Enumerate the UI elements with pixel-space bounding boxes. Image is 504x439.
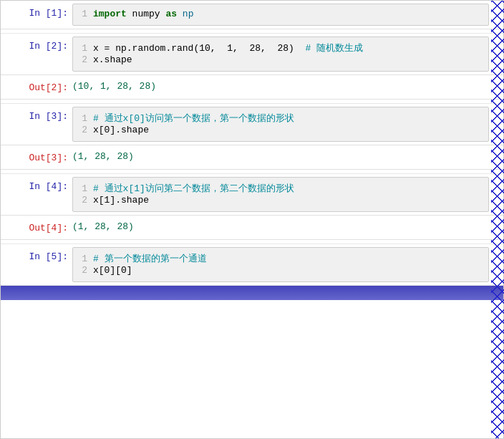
code-text: x[1].shape (93, 195, 149, 206)
input-label: In [5]: (1, 244, 72, 285)
input-label: In [4]: (1, 174, 72, 215)
line-number: 1 (73, 43, 93, 54)
code-text: # 通过x[1]访问第二个数据，第二个数据的形状 (93, 182, 294, 195)
code-block[interactable]: 1import numpy as np (72, 4, 489, 26)
input-cell: In [3]:1# 通过x[0]访问第一个数据，第一个数据的形状2x[0].sh… (1, 104, 503, 145)
input-cell: In [5]:1# 第一个数据的第一个通道2x[0][0] (1, 244, 503, 286)
output-cell: Out[2]:(10, 1, 28, 28) (1, 75, 503, 100)
code-block[interactable]: 1# 通过x[0]访问第一个数据，第一个数据的形状2x[0].shape (72, 107, 489, 142)
code-text: x.shape (93, 54, 132, 65)
input-cell: In [2]:1x = np.random.rand(10, 1, 28, 28… (1, 34, 503, 75)
code-line: 1import numpy as np (73, 9, 481, 19)
code-line: 2x[0].shape (73, 125, 481, 135)
input-label: In [3]: (1, 104, 72, 145)
output-value: (10, 1, 28, 28) (72, 77, 489, 97)
bottom-wave (1, 286, 503, 300)
code-text: import numpy as np (93, 9, 193, 19)
input-cell: In [4]:1# 通过x[1]访问第二个数据，第二个数据的形状2x[1].sh… (1, 174, 503, 216)
line-number: 2 (73, 195, 93, 206)
code-line: 1# 第一个数据的第一个通道 (73, 252, 481, 265)
code-line: 1# 通过x[1]访问第二个数据，第二个数据的形状 (73, 182, 481, 195)
line-number: 2 (73, 265, 93, 276)
code-block[interactable]: 1# 第一个数据的第一个通道2x[0][0] (72, 247, 489, 282)
line-number: 1 (73, 254, 93, 264)
input-cell: In [1]:1import numpy as np (1, 1, 503, 29)
line-number: 2 (73, 125, 93, 135)
line-number: 1 (73, 183, 93, 194)
code-line: 2x[0][0] (73, 265, 481, 276)
line-number: 1 (73, 113, 93, 124)
notebook: In [1]:1import numpy as npIn [2]:1x = np… (0, 0, 504, 439)
output-label: Out[3]: (1, 145, 72, 169)
input-label: In [1]: (1, 1, 72, 29)
code-line: 2x.shape (73, 54, 481, 65)
code-text: x[0].shape (93, 125, 149, 135)
code-text: x[0][0] (93, 265, 132, 276)
code-text: # 通过x[0]访问第一个数据，第一个数据的形状 (93, 112, 294, 125)
code-text: x = np.random.rand(10, 1, 28, 28) # 随机数生… (93, 42, 363, 54)
code-line: 1x = np.random.rand(10, 1, 28, 28) # 随机数… (73, 42, 481, 54)
output-cell: Out[3]:(1, 28, 28) (1, 145, 503, 170)
code-line: 2x[1].shape (73, 195, 481, 206)
code-block[interactable]: 1# 通过x[1]访问第二个数据，第二个数据的形状2x[1].shape (72, 177, 489, 212)
output-value: (1, 28, 28) (72, 147, 489, 168)
line-number: 1 (73, 9, 93, 19)
output-value: (1, 28, 28) (72, 217, 489, 238)
code-text: # 第一个数据的第一个通道 (93, 252, 207, 265)
code-line: 1# 通过x[0]访问第一个数据，第一个数据的形状 (73, 112, 481, 125)
output-cell: Out[4]:(1, 28, 28) (1, 216, 503, 240)
code-block[interactable]: 1x = np.random.rand(10, 1, 28, 28) # 随机数… (72, 37, 489, 72)
output-label: Out[2]: (1, 75, 72, 99)
line-number: 2 (73, 54, 93, 65)
output-label: Out[4]: (1, 216, 72, 239)
input-label: In [2]: (1, 34, 72, 74)
